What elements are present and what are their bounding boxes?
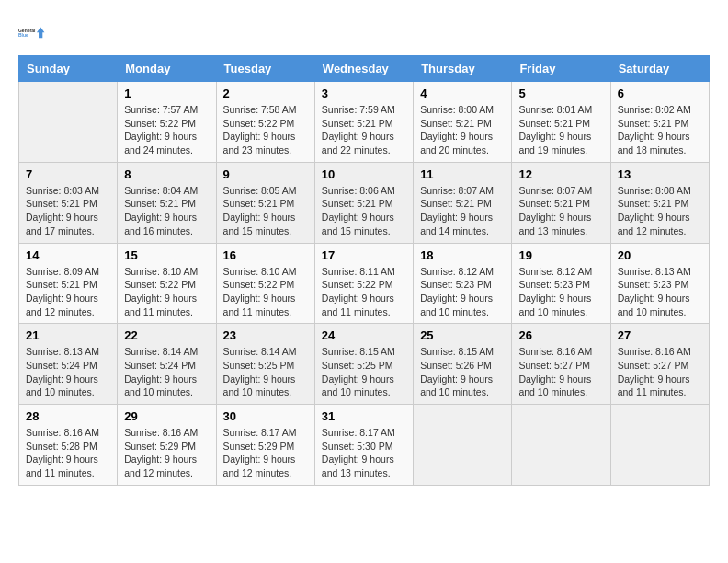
day-number: 6	[618, 86, 702, 100]
day-info: Sunrise: 7:59 AMSunset: 5:21 PMDaylight:…	[322, 103, 406, 157]
calendar-cell: 17Sunrise: 8:11 AMSunset: 5:22 PMDayligh…	[314, 243, 413, 324]
day-number: 4	[420, 86, 505, 100]
day-info: Sunrise: 8:16 AMSunset: 5:27 PMDaylight:…	[518, 345, 603, 399]
day-info: Sunrise: 8:02 AMSunset: 5:21 PMDaylight:…	[618, 103, 702, 157]
calendar-cell: 16Sunrise: 8:10 AMSunset: 5:22 PMDayligh…	[216, 243, 314, 324]
logo-icon: GeneralBlue	[18, 18, 48, 48]
day-info: Sunrise: 8:15 AMSunset: 5:26 PMDaylight:…	[420, 345, 505, 399]
day-number: 7	[26, 167, 110, 181]
day-number: 13	[618, 167, 702, 181]
day-number: 12	[518, 167, 603, 181]
calendar-cell: 8Sunrise: 8:04 AMSunset: 5:21 PMDaylight…	[118, 162, 216, 243]
weekday-header-friday: Friday	[512, 56, 610, 82]
day-number: 3	[322, 86, 406, 100]
calendar-cell: 18Sunrise: 8:12 AMSunset: 5:23 PMDayligh…	[414, 243, 512, 324]
weekday-header-saturday: Saturday	[610, 56, 709, 82]
calendar-cell: 30Sunrise: 8:17 AMSunset: 5:29 PMDayligh…	[216, 405, 314, 486]
day-number: 1	[124, 86, 209, 100]
calendar-cell: 12Sunrise: 8:07 AMSunset: 5:21 PMDayligh…	[512, 162, 610, 243]
calendar-cell: 14Sunrise: 8:09 AMSunset: 5:21 PMDayligh…	[19, 243, 118, 324]
day-info: Sunrise: 8:06 AMSunset: 5:21 PMDaylight:…	[322, 184, 406, 238]
day-info: Sunrise: 8:12 AMSunset: 5:23 PMDaylight:…	[420, 265, 505, 319]
day-number: 2	[223, 86, 308, 100]
svg-text:Blue: Blue	[18, 33, 28, 38]
calendar-cell: 21Sunrise: 8:13 AMSunset: 5:24 PMDayligh…	[19, 324, 118, 405]
weekday-header-thursday: Thursday	[414, 56, 512, 82]
calendar-week-row: 1Sunrise: 7:57 AMSunset: 5:22 PMDaylight…	[19, 82, 710, 163]
day-info: Sunrise: 8:17 AMSunset: 5:30 PMDaylight:…	[322, 426, 406, 480]
day-number: 9	[223, 167, 308, 181]
calendar-week-row: 21Sunrise: 8:13 AMSunset: 5:24 PMDayligh…	[19, 324, 710, 405]
day-info: Sunrise: 8:09 AMSunset: 5:21 PMDaylight:…	[26, 265, 110, 319]
day-number: 11	[420, 167, 505, 181]
day-info: Sunrise: 8:16 AMSunset: 5:27 PMDaylight:…	[618, 345, 702, 399]
calendar-cell: 25Sunrise: 8:15 AMSunset: 5:26 PMDayligh…	[414, 324, 512, 405]
day-info: Sunrise: 8:07 AMSunset: 5:21 PMDaylight:…	[420, 184, 505, 238]
calendar-cell: 23Sunrise: 8:14 AMSunset: 5:25 PMDayligh…	[216, 324, 314, 405]
calendar-cell: 10Sunrise: 8:06 AMSunset: 5:21 PMDayligh…	[314, 162, 413, 243]
weekday-header-monday: Monday	[118, 56, 216, 82]
weekday-header-sunday: Sunday	[19, 56, 118, 82]
weekday-header-wednesday: Wednesday	[314, 56, 413, 82]
calendar-cell: 7Sunrise: 8:03 AMSunset: 5:21 PMDaylight…	[19, 162, 118, 243]
calendar-cell: 3Sunrise: 7:59 AMSunset: 5:21 PMDaylight…	[314, 82, 413, 163]
day-number: 8	[124, 167, 209, 181]
calendar-cell: 28Sunrise: 8:16 AMSunset: 5:28 PMDayligh…	[19, 405, 118, 486]
day-info: Sunrise: 8:12 AMSunset: 5:23 PMDaylight:…	[518, 265, 603, 319]
day-number: 31	[322, 409, 406, 423]
day-number: 16	[223, 248, 308, 262]
calendar-cell: 20Sunrise: 8:13 AMSunset: 5:23 PMDayligh…	[610, 243, 709, 324]
day-number: 14	[26, 248, 110, 262]
calendar-cell: 24Sunrise: 8:15 AMSunset: 5:25 PMDayligh…	[314, 324, 413, 405]
calendar-cell	[512, 405, 610, 486]
day-info: Sunrise: 7:57 AMSunset: 5:22 PMDaylight:…	[124, 103, 209, 157]
calendar-cell	[610, 405, 709, 486]
calendar-cell: 11Sunrise: 8:07 AMSunset: 5:21 PMDayligh…	[414, 162, 512, 243]
day-info: Sunrise: 8:07 AMSunset: 5:21 PMDaylight:…	[518, 184, 603, 238]
calendar-cell: 4Sunrise: 8:00 AMSunset: 5:21 PMDaylight…	[414, 82, 512, 163]
day-number: 15	[124, 248, 209, 262]
day-number: 23	[223, 328, 308, 342]
day-info: Sunrise: 8:17 AMSunset: 5:29 PMDaylight:…	[223, 426, 308, 480]
day-info: Sunrise: 8:04 AMSunset: 5:21 PMDaylight:…	[124, 184, 209, 238]
svg-marker-2	[37, 28, 45, 39]
calendar-cell: 22Sunrise: 8:14 AMSunset: 5:24 PMDayligh…	[118, 324, 216, 405]
day-number: 21	[26, 328, 110, 342]
logo: GeneralBlue	[18, 18, 48, 48]
day-info: Sunrise: 7:58 AMSunset: 5:22 PMDaylight:…	[223, 103, 308, 157]
weekday-header-row: SundayMondayTuesdayWednesdayThursdayFrid…	[19, 56, 710, 82]
calendar-table: SundayMondayTuesdayWednesdayThursdayFrid…	[18, 55, 710, 486]
weekday-header-tuesday: Tuesday	[216, 56, 314, 82]
day-number: 25	[420, 328, 505, 342]
day-number: 20	[618, 248, 702, 262]
day-number: 29	[124, 409, 209, 423]
calendar-cell	[19, 82, 118, 163]
day-info: Sunrise: 8:05 AMSunset: 5:21 PMDaylight:…	[223, 184, 308, 238]
day-number: 22	[124, 328, 209, 342]
calendar-week-row: 28Sunrise: 8:16 AMSunset: 5:28 PMDayligh…	[19, 405, 710, 486]
calendar-week-row: 7Sunrise: 8:03 AMSunset: 5:21 PMDaylight…	[19, 162, 710, 243]
day-info: Sunrise: 8:01 AMSunset: 5:21 PMDaylight:…	[518, 103, 603, 157]
calendar-cell: 13Sunrise: 8:08 AMSunset: 5:21 PMDayligh…	[610, 162, 709, 243]
day-info: Sunrise: 8:13 AMSunset: 5:24 PMDaylight:…	[26, 345, 110, 399]
day-number: 5	[518, 86, 603, 100]
day-info: Sunrise: 8:03 AMSunset: 5:21 PMDaylight:…	[26, 184, 110, 238]
day-number: 10	[322, 167, 406, 181]
day-info: Sunrise: 8:10 AMSunset: 5:22 PMDaylight:…	[124, 265, 209, 319]
day-number: 28	[26, 409, 110, 423]
calendar-cell: 5Sunrise: 8:01 AMSunset: 5:21 PMDaylight…	[512, 82, 610, 163]
day-info: Sunrise: 8:10 AMSunset: 5:22 PMDaylight:…	[223, 265, 308, 319]
page-header: GeneralBlue	[18, 18, 710, 48]
calendar-cell	[414, 405, 512, 486]
day-info: Sunrise: 8:16 AMSunset: 5:28 PMDaylight:…	[26, 426, 110, 480]
day-number: 18	[420, 248, 505, 262]
calendar-cell: 9Sunrise: 8:05 AMSunset: 5:21 PMDaylight…	[216, 162, 314, 243]
calendar-week-row: 14Sunrise: 8:09 AMSunset: 5:21 PMDayligh…	[19, 243, 710, 324]
day-info: Sunrise: 8:13 AMSunset: 5:23 PMDaylight:…	[618, 265, 702, 319]
day-number: 24	[322, 328, 406, 342]
calendar-cell: 26Sunrise: 8:16 AMSunset: 5:27 PMDayligh…	[512, 324, 610, 405]
calendar-cell: 15Sunrise: 8:10 AMSunset: 5:22 PMDayligh…	[118, 243, 216, 324]
svg-text:General: General	[18, 29, 36, 33]
day-info: Sunrise: 8:16 AMSunset: 5:29 PMDaylight:…	[124, 426, 209, 480]
day-info: Sunrise: 8:08 AMSunset: 5:21 PMDaylight:…	[618, 184, 702, 238]
